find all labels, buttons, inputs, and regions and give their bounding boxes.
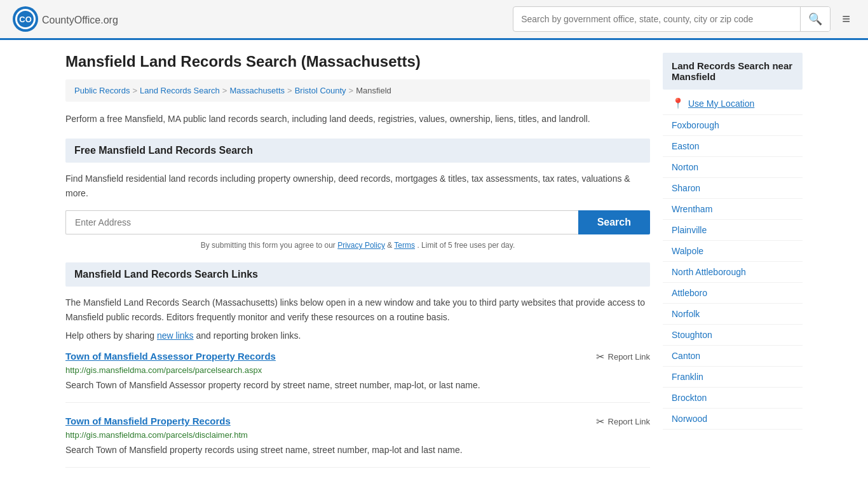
sidebar-item-sharon: Sharon [663,178,803,199]
breadcrumb-massachusetts[interactable]: Massachusetts [229,86,285,95]
report-link-button-1[interactable]: ✂ Report Link [596,351,650,363]
location-pin-icon: 📍 [672,97,684,109]
report-link-label-1: Report Link [608,352,650,362]
use-my-location-item[interactable]: 📍 Use My Location [663,92,803,115]
sidebar-item-wrentham: Wrentham [663,199,803,220]
disclaimer-suffix: . Limit of 5 free uses per day. [417,241,515,250]
links-desc: The Mansfield Land Records Search (Massa… [65,295,650,324]
sidebar-item-brockton: Brockton [663,388,803,409]
logo-area: CO CountyOffice.org [13,6,118,32]
sidebar-item-walpole: Walpole [663,241,803,262]
report-link-button-2[interactable]: ✂ Report Link [596,416,650,428]
sidebar-item-franklin: Franklin [663,367,803,388]
search-button[interactable]: Search [578,210,650,234]
main-container: Mansfield Land Records Search (Massachus… [53,40,815,488]
search-icon: 🔍 [808,13,822,25]
sidebar-item-north-attleborough: North Attleborough [663,262,803,283]
sidebar: Land Records Search near Mansfield 📍 Use… [663,53,803,480]
links-sharing-suffix: and reporting broken links. [196,330,301,341]
link-title-1[interactable]: Town of Mansfield Assessor Property Reco… [65,351,276,362]
logo-suffix: .org [100,15,118,25]
header: CO CountyOffice.org 🔍 ≡ [0,0,868,40]
links-section-header: Mansfield Land Records Search Links [65,262,650,287]
new-links-link[interactable]: new links [157,330,194,341]
breadcrumb-sep-2: > [222,86,227,95]
sidebar-item-canton: Canton [663,346,803,367]
breadcrumb-sep-4: > [349,86,354,95]
link-item-header-1: Town of Mansfield Assessor Property Reco… [65,351,650,363]
hamburger-icon: ≡ [842,11,850,27]
terms-link[interactable]: Terms [394,241,415,250]
links-section: Mansfield Land Records Search Links The … [65,262,650,468]
breadcrumb-sep-1: > [132,86,137,95]
header-search-bar: 🔍 [513,6,831,32]
link-url-1: http://gis.mansfieldma.com/parcels/parce… [65,365,650,375]
header-right: 🔍 ≡ [513,6,855,32]
breadcrumb: Public Records > Land Records Search > M… [65,79,650,102]
logo-county: CountyOffice [42,15,100,25]
form-disclaimer: By submitting this form you agree to our… [65,241,650,250]
report-link-label-2: Report Link [608,417,650,426]
free-search-desc: Find Mansfield residential land records … [65,172,650,200]
link-title-2[interactable]: Town of Mansfield Property Records [65,416,231,426]
sidebar-item-plainville: Plainville [663,220,803,241]
link-desc-1: Search Town of Mansfield Assessor proper… [65,379,650,392]
sidebar-item-norwood: Norwood [663,409,803,430]
sidebar-item-foxborough: Foxborough [663,115,803,136]
breadcrumb-mansfield: Mansfield [356,86,391,95]
breadcrumb-land-records[interactable]: Land Records Search [140,86,220,95]
link-url-2: http://gis.mansfieldma.com/parcels/discl… [65,430,650,440]
breadcrumb-public-records[interactable]: Public Records [74,86,130,95]
logo-icon: CO [13,6,38,32]
report-icon-2: ✂ [596,416,604,428]
hamburger-menu-button[interactable]: ≡ [837,8,855,30]
breadcrumb-bristol-county[interactable]: Bristol County [295,86,346,95]
sidebar-item-easton: Easton [663,136,803,157]
page-title: Mansfield Land Records Search (Massachus… [65,53,650,71]
free-search-header: Free Mansfield Land Records Search [65,139,650,163]
use-my-location-link[interactable]: Use My Location [688,98,754,109]
address-input[interactable] [65,210,578,234]
sidebar-item-norton: Norton [663,157,803,178]
sidebar-item-attleboro: Attleboro [663,283,803,304]
sidebar-list: Foxborough Easton Norton Sharon Wrentham… [663,115,803,430]
svg-text:CO: CO [19,15,32,24]
sidebar-item-stoughton: Stoughton [663,325,803,346]
disclaimer-text: By submitting this form you agree to our [201,241,336,250]
link-desc-2: Search Town of Mansfield property record… [65,444,650,457]
link-item-header-2: Town of Mansfield Property Records ✂ Rep… [65,416,650,428]
header-search-button[interactable]: 🔍 [800,7,830,31]
content-area: Mansfield Land Records Search (Massachus… [65,53,650,480]
header-search-input[interactable] [513,9,800,29]
report-icon-1: ✂ [596,351,604,363]
breadcrumb-sep-3: > [287,86,292,95]
page-description: Perform a free Mansfield, MA public land… [65,112,650,126]
links-sharing: Help others by sharing new links and rep… [65,330,650,341]
sidebar-header: Land Records Search near Mansfield [663,53,803,90]
logo-text: CountyOffice.org [42,12,118,27]
sidebar-item-norfolk: Norfolk [663,304,803,325]
link-item: Town of Mansfield Assessor Property Reco… [65,351,650,403]
links-sharing-text: Help others by sharing [65,330,154,341]
link-item-2: Town of Mansfield Property Records ✂ Rep… [65,416,650,468]
address-search-row: Search [65,210,650,234]
privacy-policy-link[interactable]: Privacy Policy [337,241,385,250]
